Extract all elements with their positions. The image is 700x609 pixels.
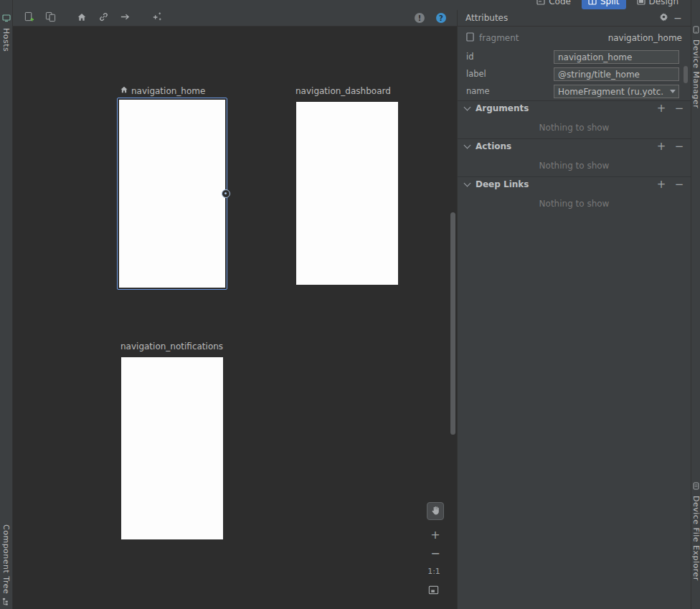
action-handle[interactable]: [222, 189, 230, 198]
add-action-button[interactable]: +: [656, 141, 667, 152]
destination-type-row: fragment navigation_home: [458, 29, 691, 47]
fragment-navigation-dashboard[interactable]: [296, 102, 398, 285]
attributes-scrollbar-thumb[interactable]: [684, 66, 688, 83]
label-input[interactable]: [554, 67, 679, 81]
deep-link-button[interactable]: [95, 11, 112, 25]
remove-action-button[interactable]: −: [673, 141, 685, 152]
android-studio-navigation-editor: Code Split Design: [0, 0, 700, 609]
remove-deep-link-button[interactable]: −: [673, 179, 685, 190]
nested-graph-icon: [45, 11, 56, 24]
tool-window-label: Device File Explorer: [691, 496, 700, 581]
device-file-explorer-icon: [693, 482, 699, 492]
chevron-down-icon: [464, 180, 471, 187]
fragment-label-navigation-notifications[interactable]: navigation_notifications: [120, 341, 223, 351]
tab-split[interactable]: Split: [582, 0, 626, 9]
home-icon: [77, 12, 87, 24]
zoom-out-button[interactable]: −: [429, 547, 442, 560]
attribute-fields: id label name HomeFragment (ru.yotc.: [458, 49, 691, 100]
fragment-label-text: navigation_dashboard: [295, 86, 391, 96]
fragment-label-text: navigation_home: [131, 86, 205, 96]
zoom-to-fit-button[interactable]: [428, 585, 440, 596]
tool-window-label: Device Manager: [691, 39, 700, 108]
tool-window-label: Component Tree: [1, 524, 11, 594]
right-tool-stripe: Device Manager Device File Explorer: [691, 0, 700, 609]
label-field-label: label: [466, 69, 486, 79]
gear-icon: [659, 12, 668, 24]
field-row-label: label: [458, 66, 691, 83]
section-actions: Actions + − Nothing to show: [458, 138, 691, 171]
hide-panel-button[interactable]: −: [671, 11, 685, 24]
action-button[interactable]: [116, 11, 133, 25]
section-arguments: Arguments + − Nothing to show: [458, 100, 691, 133]
settings-button[interactable]: [656, 11, 671, 24]
chevron-down-icon: [464, 104, 471, 111]
fragment-label-navigation-dashboard[interactable]: navigation_dashboard: [295, 85, 391, 96]
section-actions-header[interactable]: Actions + −: [458, 138, 691, 154]
section-title: Arguments: [476, 103, 529, 113]
add-destination-icon: [24, 11, 34, 24]
chevron-down-icon: [670, 90, 676, 93]
add-argument-button[interactable]: +: [656, 103, 667, 114]
name-dropdown[interactable]: HomeFragment (ru.yotc.: [554, 85, 679, 98]
nested-graph-button[interactable]: [42, 11, 59, 25]
id-input[interactable]: [554, 50, 679, 64]
component-tree-icon: [2, 598, 10, 608]
tab-design[interactable]: Design: [630, 0, 685, 9]
left-tool-stripe: Hosts Component Tree: [0, 0, 13, 609]
help-icon: ?: [436, 13, 446, 23]
tab-split-label: Split: [600, 0, 620, 6]
editor-mode-bar: Code Split Design: [13, 0, 691, 10]
fragment-label-text: navigation_notifications: [120, 341, 223, 351]
tab-code[interactable]: Code: [530, 0, 577, 9]
empty-message: Nothing to show: [458, 161, 691, 171]
field-row-id: id: [458, 49, 691, 66]
tool-window-button-device-file-explorer[interactable]: Device File Explorer: [691, 482, 700, 581]
section-deep-links: Deep Links + − Nothing to show: [458, 176, 691, 209]
destination-type: fragment: [479, 33, 519, 43]
empty-message: Nothing to show: [458, 199, 691, 209]
add-deep-link-button[interactable]: +: [656, 179, 667, 190]
code-icon: [536, 0, 545, 7]
new-destination-button[interactable]: [20, 11, 37, 25]
chevron-down-icon: [464, 142, 471, 149]
fragment-navigation-home[interactable]: [117, 98, 227, 290]
pan-button[interactable]: [427, 502, 444, 520]
fragment-preview: [119, 100, 225, 288]
action-arrow-icon: [120, 11, 131, 24]
fragment-label-navigation-home[interactable]: navigation_home: [120, 85, 205, 96]
section-deep-links-header[interactable]: Deep Links + −: [458, 176, 691, 192]
attributes-title: Attributes: [465, 13, 656, 23]
issues-button[interactable]: !: [411, 11, 428, 25]
zoom-in-button[interactable]: +: [429, 529, 442, 542]
id-field-label: id: [466, 52, 474, 62]
hand-icon: [430, 505, 441, 518]
nav-graph-canvas[interactable]: navigation_home navigation_dashboard nav…: [13, 27, 457, 609]
zoom-reset-button[interactable]: 1:1: [425, 567, 443, 576]
name-field-label: name: [466, 86, 490, 96]
design-icon: [637, 0, 645, 7]
auto-arrange-icon: [151, 11, 162, 24]
fragment-navigation-notifications[interactable]: [121, 357, 223, 539]
remove-argument-button[interactable]: −: [673, 103, 685, 114]
home-icon: [120, 85, 128, 96]
field-row-name: name HomeFragment (ru.yotc.: [458, 83, 691, 100]
tab-code-label: Code: [549, 0, 571, 6]
tool-window-button-component-tree[interactable]: Component Tree: [0, 524, 12, 608]
tool-window-button-device-manager[interactable]: Device Manager: [691, 26, 700, 108]
auto-arrange-button[interactable]: [148, 11, 165, 25]
help-button[interactable]: ?: [432, 11, 450, 25]
section-arguments-header[interactable]: Arguments + −: [458, 100, 691, 115]
hosts-icon: [2, 14, 11, 24]
link-icon: [98, 11, 109, 24]
tab-design-label: Design: [649, 0, 678, 6]
name-dropdown-value: HomeFragment (ru.yotc.: [558, 87, 670, 97]
tool-window-button-hosts[interactable]: Hosts: [0, 14, 12, 52]
section-title: Actions: [476, 141, 511, 151]
canvas-scrollbar-thumb[interactable]: [450, 212, 455, 435]
destination-id-value: navigation_home: [608, 33, 682, 43]
attributes-header: Attributes −: [458, 10, 691, 27]
minimize-icon: −: [673, 14, 682, 22]
nav-editor-toolbar: ! ?: [13, 10, 457, 27]
start-destination-button[interactable]: [73, 11, 90, 25]
empty-message: Nothing to show: [458, 123, 691, 133]
